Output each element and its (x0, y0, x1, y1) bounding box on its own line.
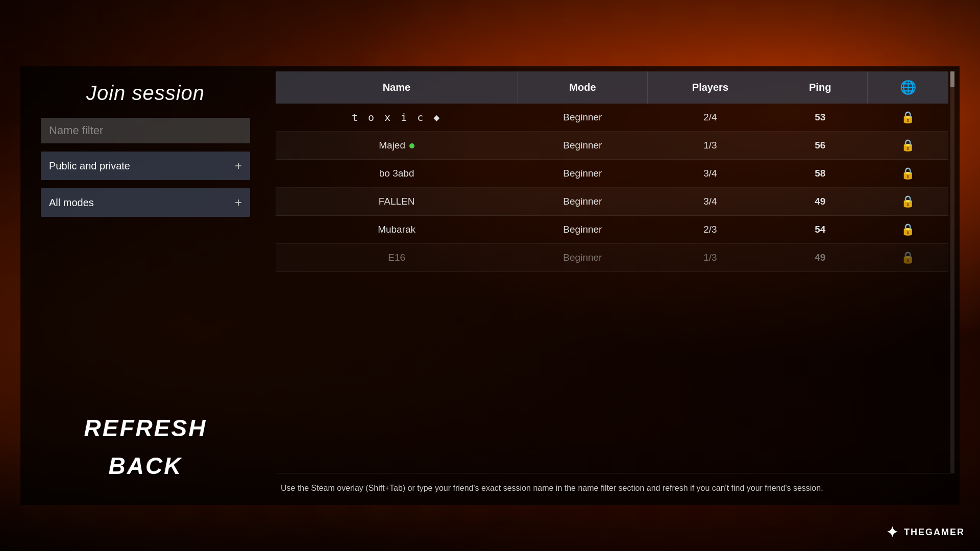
session-lock-cell: 🔒 (867, 160, 948, 188)
lock-icon: 🔒 (901, 111, 915, 123)
info-text: Use the Steam overlay (Shift+Tab) or typ… (276, 473, 954, 495)
col-region: 🌐 (867, 71, 948, 104)
back-button[interactable]: BACK (109, 452, 183, 480)
session-lock-cell: 🔒 (867, 216, 948, 244)
scroll-thumb (950, 71, 954, 87)
content-area: Name Mode Players Ping 🌐 t o x i c ◆Begi… (271, 66, 960, 505)
session-mode-cell: Beginner (518, 216, 647, 244)
session-players-cell: 3/4 (648, 188, 773, 216)
session-mode-cell: Beginner (518, 160, 647, 188)
mode-filter-label: All modes (49, 197, 94, 209)
session-ping-cell: 56 (773, 132, 867, 160)
action-buttons: REFRESH BACK (41, 414, 250, 490)
session-ping-cell: 53 (773, 104, 867, 132)
session-players-cell: 1/3 (648, 244, 773, 272)
refresh-button[interactable]: REFRESH (84, 414, 207, 442)
lock-icon: 🔒 (901, 223, 915, 236)
table-row[interactable]: MajedBeginner1/356🔒 (276, 132, 948, 160)
watermark-symbol: ✦ (886, 524, 899, 541)
main-panel: Join session Public and private + All mo… (20, 66, 960, 505)
table-row[interactable]: MubarakBeginner2/354🔒 (276, 216, 948, 244)
session-ping-cell: 54 (773, 216, 867, 244)
session-players-cell: 3/4 (648, 160, 773, 188)
lock-icon: 🔒 (901, 251, 915, 264)
session-name-cell: t o x i c ◆ (276, 104, 518, 132)
table-row[interactable]: FALLENBeginner3/449🔒 (276, 188, 948, 216)
visibility-filter-label: Public and private (49, 160, 130, 172)
session-ping-cell: 49 (773, 188, 867, 216)
online-dot (409, 143, 414, 148)
visibility-filter-plus: + (235, 159, 242, 173)
lock-icon: 🔒 (901, 139, 915, 152)
mode-filter-button[interactable]: All modes + (41, 188, 250, 217)
col-players: Players (648, 71, 773, 104)
session-ping-cell: 58 (773, 160, 867, 188)
session-mode-cell: Beginner (518, 188, 647, 216)
session-name-cell: FALLEN (276, 188, 518, 216)
mode-filter-plus: + (235, 195, 242, 210)
session-ping-cell: 49 (773, 244, 867, 272)
table-header-row: Name Mode Players Ping 🌐 (276, 71, 948, 104)
session-name-cell: bo 3abd (276, 160, 518, 188)
session-name-cell: Mubarak (276, 216, 518, 244)
visibility-filter-button[interactable]: Public and private + (41, 152, 250, 180)
session-lock-cell: 🔒 (867, 104, 948, 132)
session-mode-cell: Beginner (518, 104, 647, 132)
session-players-cell: 2/3 (648, 216, 773, 244)
session-table: Name Mode Players Ping 🌐 t o x i c ◆Begi… (276, 71, 948, 272)
session-players-cell: 1/3 (648, 132, 773, 160)
lock-icon: 🔒 (901, 167, 915, 180)
session-name-cell: E16 (276, 244, 518, 272)
page-title: Join session (86, 82, 205, 105)
table-row[interactable]: t o x i c ◆Beginner2/453🔒 (276, 104, 948, 132)
sidebar: Join session Public and private + All mo… (20, 66, 271, 505)
lock-icon: 🔒 (901, 195, 915, 208)
session-name-cell: Majed (276, 132, 518, 160)
watermark-text: THEGAMER (904, 527, 965, 538)
table-row[interactable]: bo 3abdBeginner3/458🔒 (276, 160, 948, 188)
table-row[interactable]: E16Beginner1/349🔒 (276, 244, 948, 272)
table-wrapper: Name Mode Players Ping 🌐 t o x i c ◆Begi… (276, 71, 954, 473)
scrollbar[interactable] (950, 71, 954, 473)
session-lock-cell: 🔒 (867, 188, 948, 216)
session-lock-cell: 🔒 (867, 244, 948, 272)
session-players-cell: 2/4 (648, 104, 773, 132)
session-mode-cell: Beginner (518, 244, 647, 272)
col-mode: Mode (518, 71, 647, 104)
session-mode-cell: Beginner (518, 132, 647, 160)
session-lock-cell: 🔒 (867, 132, 948, 160)
globe-icon: 🌐 (900, 80, 916, 95)
table-scroll[interactable]: Name Mode Players Ping 🌐 t o x i c ◆Begi… (276, 71, 948, 473)
watermark: ✦ THEGAMER (886, 524, 965, 541)
name-filter-input[interactable] (41, 118, 250, 143)
col-ping: Ping (773, 71, 867, 104)
col-name: Name (276, 71, 518, 104)
